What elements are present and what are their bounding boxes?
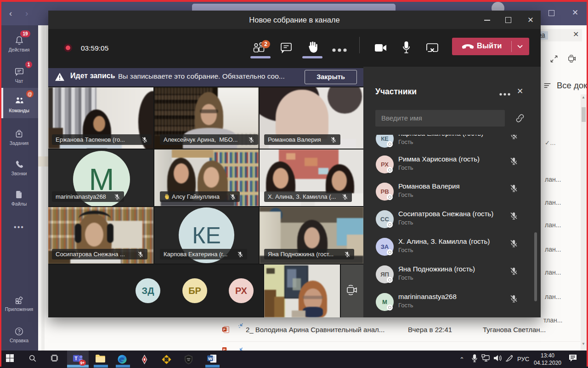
- svg-text:T: T: [74, 356, 78, 361]
- svg-text:W: W: [208, 356, 212, 361]
- svg-text:P: P: [223, 328, 226, 332]
